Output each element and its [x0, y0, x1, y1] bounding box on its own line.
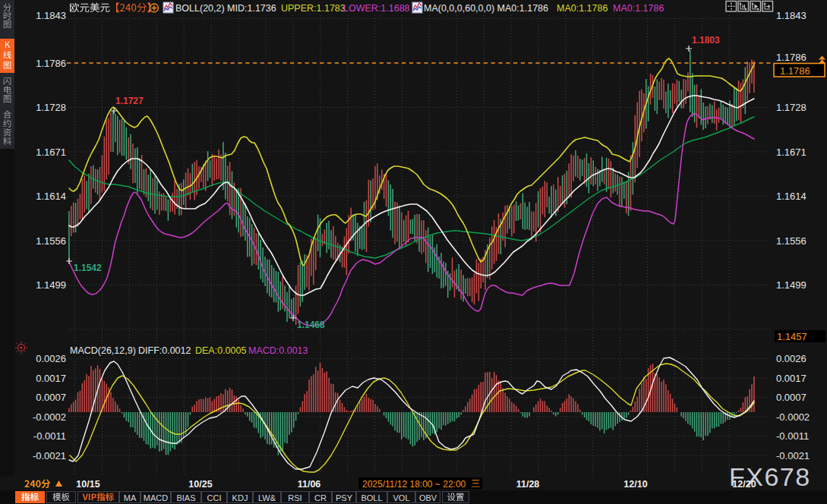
svg-text:MACD:0.0013: MACD:0.0013 — [248, 345, 308, 356]
svg-text:BOLL: BOLL — [361, 493, 382, 502]
svg-text:-0.0011: -0.0011 — [33, 430, 66, 442]
svg-text:KDJ: KDJ — [232, 493, 248, 502]
svg-text:1.1556: 1.1556 — [776, 235, 806, 247]
svg-text:1.1614: 1.1614 — [776, 191, 806, 202]
svg-text:RSI: RSI — [288, 493, 301, 502]
svg-text:DIFF:0.0012: DIFF:0.0012 — [138, 345, 191, 356]
svg-text:12/20: 12/20 — [732, 479, 756, 490]
svg-text:1.1786: 1.1786 — [36, 58, 66, 69]
svg-text:UPPER:1.1783: UPPER:1.1783 — [281, 3, 346, 14]
svg-text:1.1786: 1.1786 — [780, 65, 810, 77]
svg-text:LW&: LW& — [258, 493, 276, 502]
svg-text:1.1457: 1.1457 — [777, 331, 807, 342]
svg-text:MACD: MACD — [144, 493, 168, 502]
svg-text:1.1499: 1.1499 — [36, 279, 66, 291]
svg-text:1.1671: 1.1671 — [776, 146, 806, 158]
svg-text:1.1786: 1.1786 — [776, 52, 806, 63]
svg-text:-0.0002: -0.0002 — [776, 411, 810, 423]
svg-text:MA0:1.1786: MA0:1.1786 — [557, 3, 608, 14]
svg-text:0.0017: 0.0017 — [776, 373, 806, 384]
svg-text:MA: MA — [124, 493, 137, 502]
svg-text:0.0026: 0.0026 — [36, 353, 66, 364]
svg-text:LOWER:1.1688: LOWER:1.1688 — [343, 3, 410, 14]
svg-text:CR: CR — [314, 493, 327, 502]
svg-text:-0.0002: -0.0002 — [33, 411, 66, 423]
svg-text:DEA:0.0005: DEA:0.0005 — [195, 345, 246, 356]
svg-text:1.1728: 1.1728 — [36, 102, 66, 113]
svg-text:12/10: 12/10 — [623, 479, 647, 490]
svg-text:10/25: 10/25 — [188, 479, 212, 490]
svg-text:BOLL(20,2) MID:1.1736: BOLL(20,2) MID:1.1736 — [175, 3, 276, 14]
svg-text:1.1499: 1.1499 — [776, 279, 806, 291]
svg-text:0.0017: 0.0017 — [36, 373, 66, 384]
svg-text:VOL: VOL — [393, 493, 409, 502]
svg-text:11/06: 11/06 — [298, 479, 321, 490]
svg-text:CCI: CCI — [207, 493, 222, 502]
svg-text:1.1556: 1.1556 — [36, 235, 66, 247]
svg-text:1.1671: 1.1671 — [36, 146, 66, 158]
svg-text:MA(0,0,0,60,0,0) MA0:1.1786: MA(0,0,0,60,0,0) MA0:1.1786 — [424, 3, 548, 14]
svg-text:0.0007: 0.0007 — [776, 392, 806, 403]
svg-text:1.1614: 1.1614 — [36, 191, 66, 202]
svg-text:-0.0011: -0.0011 — [776, 430, 809, 442]
svg-text:MA0:1.1786: MA0:1.1786 — [613, 3, 664, 14]
svg-text:-0.0021: -0.0021 — [33, 450, 66, 461]
svg-text:10/15: 10/15 — [76, 479, 99, 490]
svg-text:2025/11/12 18:00 ~ 22:00: 2025/11/12 18:00 ~ 22:00 — [362, 479, 466, 490]
svg-text:-0.0021: -0.0021 — [776, 450, 810, 461]
svg-text:1.1542: 1.1542 — [74, 263, 102, 273]
svg-text:OBV: OBV — [419, 493, 437, 502]
svg-text:PSY: PSY — [336, 493, 353, 502]
svg-text:MACD(26,12,9): MACD(26,12,9) — [70, 345, 136, 356]
svg-text:1.1728: 1.1728 — [776, 102, 806, 113]
svg-text:11/28: 11/28 — [516, 479, 540, 490]
svg-text:1.1468: 1.1468 — [297, 320, 325, 330]
svg-text:BIAS: BIAS — [176, 493, 195, 502]
svg-text:1.1803: 1.1803 — [692, 35, 720, 46]
svg-text:1.1843: 1.1843 — [36, 10, 66, 21]
svg-text:1.1843: 1.1843 — [776, 10, 806, 21]
svg-text:0.0007: 0.0007 — [36, 392, 66, 403]
svg-text:0.0026: 0.0026 — [776, 353, 806, 364]
svg-text:1.1727: 1.1727 — [115, 96, 144, 106]
